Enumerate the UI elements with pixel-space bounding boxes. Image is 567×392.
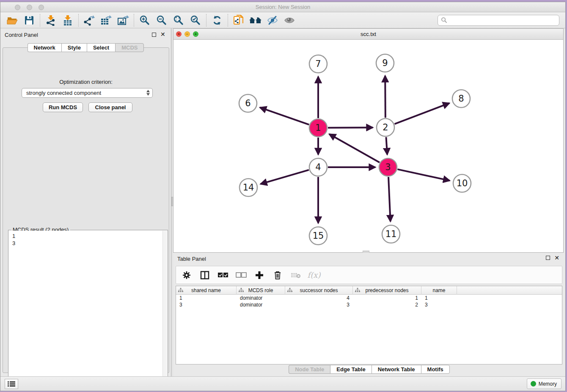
cell-mcds-role: dominator [237, 302, 285, 308]
home-icon [249, 15, 262, 25]
graph-edge[interactable] [386, 137, 387, 155]
graph-node-label: 15 [313, 231, 324, 241]
graph-node-label: 6 [245, 98, 250, 108]
result-scrollbar[interactable] [162, 231, 167, 389]
graph-node[interactable]: 10 [453, 174, 471, 192]
import-network-button[interactable] [42, 14, 59, 27]
show-all-button[interactable] [281, 14, 298, 27]
memory-button[interactable]: Memory [527, 378, 561, 389]
graph-node-label: 9 [382, 58, 388, 68]
open-session-button[interactable] [4, 14, 21, 27]
hide-selected-button[interactable] [264, 14, 281, 27]
export-image-button[interactable] [115, 14, 132, 27]
graph-edge[interactable] [260, 108, 309, 125]
table-panel-float-button[interactable] [546, 255, 550, 261]
cell-successor-nodes: 3 [285, 302, 353, 308]
export-table-button[interactable] [98, 14, 115, 27]
import-table-button[interactable] [59, 14, 76, 27]
add-row-button[interactable] [254, 269, 265, 281]
network-canvas[interactable]: 7968124314101511 [173, 40, 563, 252]
graph-edge[interactable] [385, 76, 385, 118]
apply-function-button[interactable]: f(x) [308, 269, 319, 281]
control-panel-float-button[interactable] [152, 32, 156, 38]
main-toolbar [0, 12, 565, 28]
table-panel-title: Table Panel [177, 256, 206, 262]
zoom-fit-button[interactable] [170, 14, 187, 27]
search-input[interactable] [447, 16, 559, 25]
run-mcds-button[interactable]: Run MCDS [43, 102, 83, 112]
tab-network[interactable]: Network [28, 43, 61, 52]
zoom-fit-icon [173, 15, 184, 26]
memory-status-icon [531, 381, 536, 386]
tree-icon [355, 288, 360, 293]
tab-mcds[interactable]: MCDS [115, 43, 144, 52]
tab-motifs[interactable]: Motifs [421, 365, 450, 374]
mcds-result-text[interactable]: 1 3 [9, 231, 162, 389]
tab-select[interactable]: Select [87, 43, 115, 52]
graph-node[interactable]: 7 [309, 55, 327, 73]
graph-node[interactable]: 15 [309, 227, 327, 245]
first-neighbors-button[interactable] [230, 14, 247, 27]
graph-node[interactable]: 6 [239, 94, 257, 112]
graph-node[interactable]: 1 [309, 119, 327, 137]
graph-edge[interactable] [329, 134, 380, 163]
node-table: shared name MCDS role successor nodes pr… [176, 286, 562, 364]
column-header-shared-name[interactable]: shared name [176, 286, 237, 295]
tab-network-table[interactable]: Network Table [372, 365, 421, 374]
zoom-selected-icon [190, 15, 201, 26]
export-network-button[interactable] [81, 14, 98, 27]
cell-name: 1 [421, 295, 457, 301]
criterion-value: strongly connected component [26, 90, 101, 96]
graph-node[interactable]: 3 [379, 158, 397, 176]
network-window-titlebar: ✕ − + scc.txt [173, 29, 563, 40]
show-column-button[interactable] [199, 269, 210, 281]
eye-icon [284, 15, 295, 25]
column-header-predecessor-nodes[interactable]: predecessor nodes [353, 286, 421, 295]
network-graph[interactable]: 7968124314101511 [173, 40, 565, 252]
checked-boxes-icon [217, 272, 228, 278]
table-settings-button[interactable] [181, 269, 192, 281]
table-row[interactable]: 3 dominator 3 2 3 [176, 301, 562, 308]
zoom-selected-button[interactable] [187, 14, 204, 27]
graph-node[interactable]: 2 [377, 119, 394, 136]
table-row[interactable]: 1 dominator 4 1 1 [176, 295, 562, 301]
column-header-name[interactable]: name [421, 286, 457, 295]
window-title: Session: New Session [0, 4, 565, 10]
graph-node[interactable]: 8 [452, 90, 470, 108]
graph-edge[interactable] [261, 170, 309, 184]
graph-node[interactable]: 11 [382, 225, 400, 243]
graph-node[interactable]: 4 [309, 158, 327, 176]
result-line: 3 [12, 240, 162, 247]
close-panel-button[interactable]: Close panel [88, 102, 132, 112]
reset-view-button[interactable] [247, 14, 264, 27]
tab-edge-table[interactable]: Edge Table [330, 365, 371, 374]
graph-edge[interactable] [328, 127, 373, 128]
save-session-button[interactable] [21, 14, 38, 27]
cell-name: 3 [421, 302, 457, 308]
deselect-all-button[interactable] [236, 269, 247, 281]
zoom-in-button[interactable] [136, 14, 153, 27]
delete-column-button[interactable] [290, 269, 301, 281]
graph-edge[interactable] [395, 103, 449, 124]
cell-successor-nodes: 4 [285, 295, 353, 301]
task-history-button[interactable] [5, 379, 18, 389]
graph-node[interactable]: 14 [239, 179, 257, 196]
graph-node-label: 11 [385, 229, 397, 239]
select-all-button[interactable] [217, 269, 228, 281]
table-panel: Table Panel ✕ [173, 253, 565, 376]
graph-node[interactable]: 9 [376, 54, 394, 72]
criterion-select[interactable]: strongly connected component [22, 88, 153, 98]
column-header-mcds-role[interactable]: MCDS role [237, 286, 285, 295]
refresh-button[interactable] [209, 14, 226, 27]
cell-shared-name: 1 [176, 295, 237, 301]
tab-style[interactable]: Style [61, 43, 87, 52]
graph-edge[interactable] [388, 177, 391, 221]
search-box[interactable] [438, 15, 559, 26]
tab-node-table[interactable]: Node Table [289, 365, 330, 374]
graph-edge[interactable] [397, 169, 449, 181]
control-panel-close-button[interactable]: ✕ [160, 31, 165, 38]
column-header-successor-nodes[interactable]: successor nodes [285, 286, 353, 295]
zoom-out-button[interactable] [153, 14, 170, 27]
delete-row-button[interactable] [272, 269, 283, 281]
table-panel-close-button[interactable]: ✕ [554, 254, 559, 261]
